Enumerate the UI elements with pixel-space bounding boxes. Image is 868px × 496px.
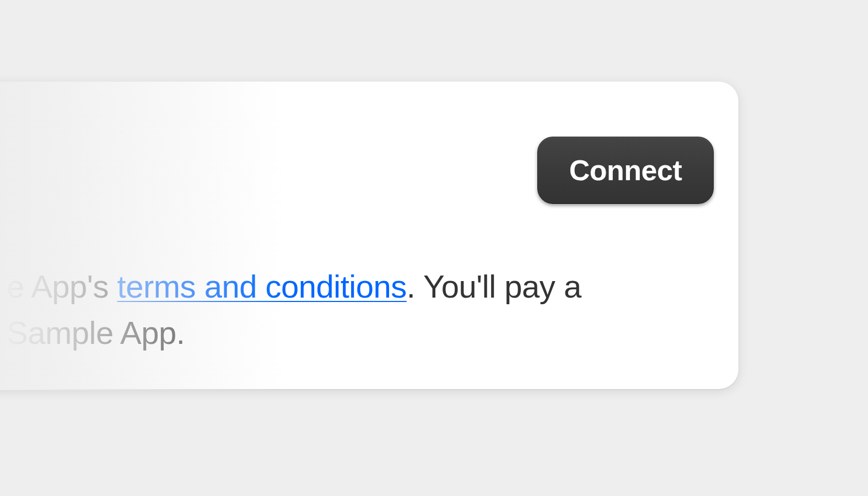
disclosure-text-line2: Sample App. [7,315,185,351]
disclosure-text-before: e App's [7,268,117,304]
disclosure-text: e App's terms and conditions. You'll pay… [7,263,712,356]
connect-button[interactable]: Connect [537,137,714,204]
disclosure-text-after: . You'll pay a [407,268,581,304]
terms-and-conditions-link[interactable]: terms and conditions [117,268,407,304]
connect-button-label: Connect [569,154,682,187]
